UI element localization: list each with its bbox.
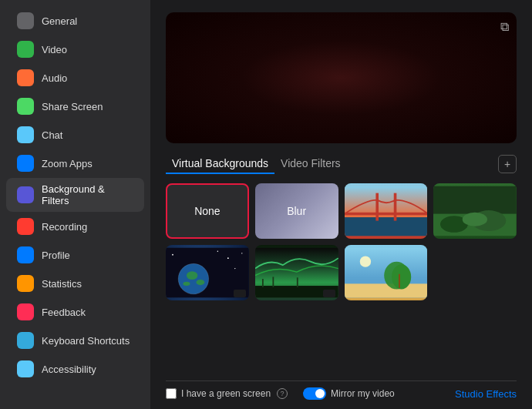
svg-rect-4 [345, 213, 428, 216]
svg-point-17 [227, 257, 229, 259]
bgfilters-icon [17, 186, 34, 203]
main-content: ⧉ Virtual BackgroundsVideo Filters + Non… [150, 0, 532, 409]
statistics-icon [17, 275, 34, 292]
svg-rect-28 [345, 283, 428, 297]
svg-point-12 [187, 271, 197, 280]
sidebar-item-chat[interactable]: Chat [6, 121, 144, 149]
svg-point-13 [197, 280, 205, 285]
sidebar-item-keyboard[interactable]: Keyboard Shortcuts [6, 327, 144, 354]
tabs-left: Virtual BackgroundsVideo Filters [166, 154, 347, 174]
sidebar-item-feedback[interactable]: Feedback [6, 298, 144, 326]
sidebar-label-zoomapps: Zoom Apps [42, 158, 93, 169]
bg-item-bridge[interactable] [345, 183, 428, 239]
sidebar-label-video: Video [42, 44, 67, 55]
video-icon [17, 41, 34, 58]
sharescreen-icon [17, 98, 34, 115]
sidebar-label-bgfilters: Background & Filters [42, 183, 133, 206]
keyboard-icon [17, 332, 34, 349]
svg-rect-31 [399, 274, 400, 288]
feedback-icon [17, 303, 34, 320]
svg-point-9 [463, 213, 487, 226]
bottom-bar: I have a green screen ? Mirror my video … [166, 381, 517, 400]
mirror-toggle[interactable] [303, 387, 326, 400]
backgrounds-grid: NoneBlur [166, 183, 517, 300]
sidebar-item-bgfilters[interactable]: Background & Filters [6, 178, 144, 212]
sidebar-label-keyboard: Keyboard Shortcuts [42, 335, 130, 347]
sidebar-label-general: General [42, 15, 77, 27]
tab-video-filters[interactable]: Video Filters [274, 154, 347, 174]
accessibility-icon [17, 360, 34, 377]
svg-rect-23 [262, 279, 264, 287]
sidebar-item-general[interactable]: General [6, 7, 144, 35]
expand-icon[interactable]: ⧉ [500, 20, 509, 34]
bg-item-earth[interactable] [166, 245, 249, 300]
green-screen-checkbox[interactable] [166, 388, 177, 399]
audio-icon [17, 69, 34, 86]
tabs-bar: Virtual BackgroundsVideo Filters + [166, 154, 517, 174]
svg-rect-1 [345, 217, 428, 236]
sidebar-label-chat: Chat [42, 129, 62, 141]
zoomapps-icon [17, 155, 34, 172]
svg-point-18 [241, 253, 242, 253]
green-screen-checkbox-label[interactable]: I have a green screen ? [166, 388, 288, 399]
sidebar-label-accessibility: Accessibility [42, 364, 96, 375]
green-screen-label: I have a green screen [181, 388, 271, 399]
sidebar-item-video[interactable]: Video [6, 35, 144, 63]
svg-point-32 [359, 256, 370, 267]
svg-point-16 [172, 254, 173, 256]
sidebar-label-audio: Audio [42, 72, 67, 84]
bg-item-none[interactable]: None [166, 183, 249, 239]
svg-point-19 [217, 250, 218, 251]
mirror-label[interactable]: Mirror my video [303, 387, 395, 400]
general-icon [17, 12, 34, 29]
sidebar-item-statistics[interactable]: Statistics [6, 270, 144, 297]
sidebar: GeneralVideoAudioShare ScreenChatZoom Ap… [0, 0, 150, 409]
add-background-button[interactable]: + [498, 155, 517, 173]
help-icon[interactable]: ? [277, 388, 288, 399]
bg-item-green[interactable] [433, 183, 517, 239]
svg-rect-2 [375, 193, 379, 221]
svg-rect-24 [272, 277, 274, 287]
sidebar-label-profile: Profile [42, 250, 70, 261]
sidebar-item-recording[interactable]: Recording [6, 213, 144, 240]
toggle-knob [315, 389, 325, 398]
sidebar-item-accessibility[interactable]: Accessibility [6, 355, 144, 383]
svg-point-30 [392, 264, 411, 289]
bg-item-aurora[interactable] [255, 245, 338, 300]
sidebar-item-audio[interactable]: Audio [6, 64, 144, 92]
sidebar-item-profile[interactable]: Profile [6, 241, 144, 269]
chat-icon [17, 126, 34, 143]
mirror-text: Mirror my video [331, 388, 395, 399]
video-preview: ⧉ [166, 12, 517, 143]
sidebar-label-statistics: Statistics [42, 278, 82, 290]
video-badge-aurora [323, 290, 335, 297]
svg-rect-3 [393, 193, 396, 221]
svg-point-20 [234, 268, 235, 269]
svg-rect-25 [297, 277, 298, 287]
bg-item-beach[interactable] [345, 245, 428, 300]
sidebar-label-feedback: Feedback [42, 307, 86, 318]
svg-point-14 [183, 282, 190, 286]
sidebar-item-zoomapps[interactable]: Zoom Apps [6, 149, 144, 177]
bg-item-blur[interactable]: Blur [255, 183, 338, 239]
sidebar-item-sharescreen[interactable]: Share Screen [6, 92, 144, 120]
video-badge [234, 290, 246, 297]
profile-icon [17, 246, 34, 263]
sidebar-label-sharescreen: Share Screen [42, 101, 103, 112]
sidebar-label-recording: Recording [42, 221, 87, 233]
recording-icon [17, 218, 34, 235]
studio-effects-button[interactable]: Studio Effects [455, 388, 517, 400]
tab-virtual-backgrounds[interactable]: Virtual Backgrounds [166, 154, 274, 174]
